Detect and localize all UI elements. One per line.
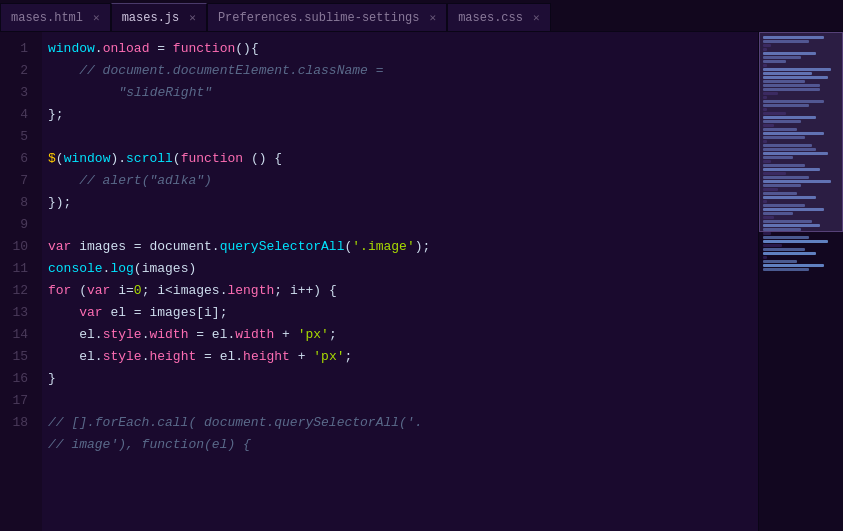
code-line-13: el.style.width = el.width + 'px';: [48, 324, 758, 346]
line-numbers: 1 2 3 4 5 6 7 8 9 10 11 12 13 14 15 16 1…: [0, 32, 42, 531]
minimap-viewport: [759, 32, 843, 232]
tab-mases-css[interactable]: mases.css ✕: [447, 3, 550, 31]
code-line-18: // image'), function(el) {: [48, 434, 758, 456]
code-line-7: });: [48, 192, 758, 214]
code-line-3: };: [48, 104, 758, 126]
code-line-12: var el = images[i];: [48, 302, 758, 324]
tab-label: mases.html: [11, 11, 83, 25]
code-line-10: console.log(images): [48, 258, 758, 280]
minimap-content: [759, 32, 843, 531]
editor-container: 1 2 3 4 5 6 7 8 9 10 11 12 13 14 15 16 1…: [0, 32, 843, 531]
tab-bar: mases.html ✕ mases.js ✕ Preferences.subl…: [0, 0, 843, 32]
tab-label: mases.css: [458, 11, 523, 25]
code-line-11: for (var i=0; i<images.length; i++) {: [48, 280, 758, 302]
tab-close-icon[interactable]: ✕: [93, 11, 100, 24]
tab-close-icon[interactable]: ✕: [533, 11, 540, 24]
tab-close-icon[interactable]: ✕: [189, 11, 196, 24]
code-line-17: // [].forEach.call( document.querySelect…: [48, 412, 758, 434]
code-line-4: [48, 126, 758, 148]
code-line-14: el.style.height = el.height + 'px';: [48, 346, 758, 368]
tab-close-icon[interactable]: ✕: [430, 11, 437, 24]
code-line-2b: "slideRight": [48, 82, 758, 104]
minimap[interactable]: [758, 32, 843, 531]
code-line-1: window.onload = function(){: [48, 38, 758, 60]
code-line-16: [48, 390, 758, 412]
tab-mases-html[interactable]: mases.html ✕: [0, 3, 111, 31]
code-line-9: var images = document.querySelectorAll('…: [48, 236, 758, 258]
tab-label: Preferences.sublime-settings: [218, 11, 420, 25]
tab-preferences[interactable]: Preferences.sublime-settings ✕: [207, 3, 447, 31]
tab-mases-js[interactable]: mases.js ✕: [111, 3, 207, 31]
code-line-2: // document.documentElement.className =: [48, 60, 758, 82]
code-line-15: }: [48, 368, 758, 390]
code-line-8: [48, 214, 758, 236]
code-line-6: // alert("adlka"): [48, 170, 758, 192]
code-editor[interactable]: window.onload = function(){ // document.…: [42, 32, 758, 531]
code-line-5: $(window).scroll(function () {: [48, 148, 758, 170]
tab-label: mases.js: [122, 11, 180, 25]
